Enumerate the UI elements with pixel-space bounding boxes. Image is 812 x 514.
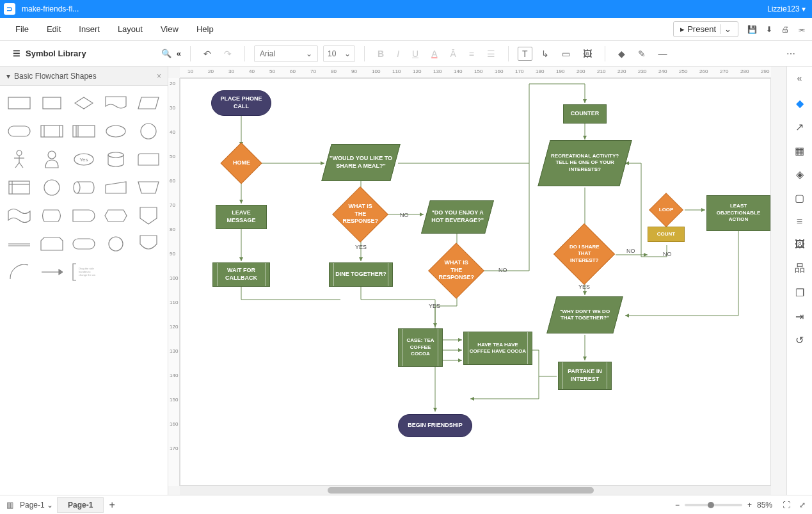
shape-circle[interactable] — [136, 120, 161, 142]
menu-file[interactable]: File — [6, 20, 38, 38]
shape-predefined[interactable] — [38, 120, 64, 142]
collapse-right-panel-icon[interactable]: « — [795, 70, 805, 86]
shape-shield[interactable] — [136, 233, 161, 255]
node-share-interest[interactable]: DO I SHARE THAT INTEREST? — [553, 223, 615, 285]
shape-diamond[interactable] — [71, 92, 97, 114]
node-have-beverage[interactable]: HAVE TEA HAVE COFFEE HAVE COCOA — [463, 332, 532, 365]
node-partake[interactable]: PARTAKE IN INTEREST — [558, 362, 612, 390]
fullscreen-button[interactable]: ⤢ — [799, 501, 806, 510]
zoom-slider[interactable] — [685, 504, 742, 506]
node-loop[interactable]: LOOP — [649, 193, 683, 227]
save-icon[interactable]: 💾 — [747, 25, 757, 34]
italic-button[interactable]: I — [393, 46, 403, 61]
shape-annotation[interactable]: Drag the sidehandles tochange the width — [71, 261, 97, 283]
shape-ellipse[interactable] — [103, 120, 129, 142]
chevron-down-icon[interactable]: ⌄ — [720, 24, 731, 34]
shape-stored-data[interactable] — [71, 120, 97, 142]
list-button[interactable]: ☰ — [483, 46, 499, 61]
shape-card[interactable] — [136, 149, 161, 170]
container-button[interactable]: ▭ — [558, 46, 574, 61]
undo-button[interactable]: ↶ — [200, 46, 215, 61]
shape-cylinder-h[interactable] — [71, 177, 97, 198]
node-begin-friendship[interactable]: BEGIN FRIENDSHIP — [398, 414, 472, 437]
node-recreational[interactable]: RECREATIONAL ACTIVITY? TELL HE ONE OF YO… — [537, 140, 632, 186]
node-why-not[interactable]: "WHY DON'T WE DO THAT TOGETHER?" — [546, 296, 623, 333]
page-select[interactable]: Page-1 ⌄ — [20, 501, 53, 510]
bold-button[interactable]: B — [374, 46, 388, 61]
close-category-icon[interactable]: × — [157, 72, 161, 81]
menu-view[interactable]: View — [152, 20, 187, 38]
connector-button[interactable]: ↳ — [537, 46, 553, 61]
present-button[interactable]: ▸ Present ⌄ — [673, 21, 738, 37]
canvas[interactable]: PLACE PHONE CALL HOME LEAVE MESSAGE WAIT… — [180, 78, 771, 486]
pages-icon[interactable]: ▥ — [6, 501, 13, 510]
node-home[interactable]: HOME — [220, 142, 262, 184]
shape-internal-storage[interactable] — [6, 177, 32, 198]
node-hot-beverage[interactable]: "DO YOU ENJOY A HOT BEVERAGE?" — [421, 200, 494, 234]
font-family-select[interactable]: Arial⌄ — [254, 45, 318, 62]
history-icon[interactable]: ↺ — [795, 334, 804, 346]
shape-display[interactable] — [38, 205, 64, 227]
search-icon[interactable]: 🔍 — [161, 49, 171, 58]
shape-rounded-rect[interactable] — [71, 233, 97, 255]
fill-button[interactable]: ◆ — [614, 46, 629, 61]
category-basic-flowchart[interactable]: ▾ Basic Flowchart Shapes × — [0, 67, 168, 86]
node-place-phone-call[interactable]: PLACE PHONE CALL — [211, 90, 271, 116]
node-wait-callback[interactable]: WAIT FOR CALLBACK — [212, 262, 270, 287]
shape-tape[interactable] — [6, 205, 32, 227]
shape-preparation[interactable] — [103, 205, 129, 227]
shape-offpage[interactable] — [136, 205, 161, 227]
line-style-button[interactable]: — — [655, 46, 671, 61]
align-right-icon[interactable]: ⇥ — [795, 310, 804, 323]
image-button[interactable]: 🖼 — [579, 46, 596, 61]
menu-help[interactable]: Help — [187, 20, 223, 38]
font-size-select[interactable]: 10⌄ — [323, 45, 355, 62]
shape-arrow[interactable] — [38, 261, 64, 283]
horizontal-scrollbar[interactable] — [180, 486, 771, 495]
zoom-in-button[interactable]: + — [747, 501, 752, 510]
align-button[interactable]: ≡ — [465, 46, 478, 61]
print-icon[interactable]: 🖨 — [781, 25, 789, 34]
shape-delay[interactable] — [71, 205, 97, 227]
shape-cylinder[interactable] — [103, 149, 129, 170]
user-menu[interactable]: Lizzie123 ▾ — [765, 4, 808, 13]
node-count[interactable]: COUNT — [648, 227, 685, 242]
node-least-action[interactable]: LEAST OBJECTIONABLE ACTION — [706, 195, 770, 231]
node-response-2[interactable]: WHAT IS THE RESPONSE? — [428, 243, 484, 299]
highlight-button[interactable]: Ā — [446, 46, 459, 61]
node-case[interactable]: CASE: TEA COFFEE COCOA — [398, 328, 443, 367]
grid-icon[interactable]: ▦ — [795, 145, 804, 157]
collapse-sidebar-icon[interactable]: « — [177, 49, 181, 58]
share-icon[interactable]: ⫘ — [798, 25, 806, 34]
node-leave-message[interactable]: LEAVE MESSAGE — [216, 205, 267, 229]
sitemap-icon[interactable]: 品 — [795, 262, 805, 275]
shape-parallelogram[interactable] — [136, 92, 161, 114]
line-color-button[interactable]: ✎ — [634, 46, 649, 61]
shape-actor[interactable] — [6, 149, 32, 170]
shape-rectangle-sm[interactable] — [38, 92, 64, 114]
shape-circle-3[interactable] — [103, 233, 129, 255]
underline-button[interactable]: U — [408, 46, 422, 61]
zoom-out-button[interactable]: − — [675, 501, 680, 510]
theme-icon[interactable]: ◆ — [796, 97, 804, 109]
export-icon[interactable]: ↗ — [795, 121, 804, 133]
shape-manual-input[interactable] — [103, 177, 129, 198]
shape-hexagon-cut[interactable] — [38, 233, 64, 255]
shape-user[interactable] — [38, 149, 64, 170]
picture-icon[interactable]: 🖼 — [795, 239, 805, 250]
redo-button[interactable]: ↷ — [220, 46, 235, 61]
fit-screen-button[interactable]: ⛶ — [783, 501, 790, 510]
more-button[interactable]: ⋯ — [783, 46, 799, 61]
layers-icon[interactable]: ◈ — [796, 168, 804, 181]
node-counter[interactable]: COUNTER — [563, 104, 607, 124]
shape-rectangle[interactable] — [6, 92, 32, 114]
copy-icon[interactable]: ❐ — [795, 287, 804, 299]
menu-layout[interactable]: Layout — [109, 20, 152, 38]
add-page-button[interactable]: + — [109, 499, 115, 511]
shape-manual-op[interactable] — [136, 177, 161, 198]
shape-yes-ellipse[interactable]: Yes — [71, 149, 97, 170]
page-tab-1[interactable]: Page-1 — [57, 497, 104, 513]
menu-edit[interactable]: Edit — [38, 20, 70, 38]
font-color-button[interactable]: A — [427, 46, 441, 61]
shape-line[interactable] — [6, 233, 32, 255]
